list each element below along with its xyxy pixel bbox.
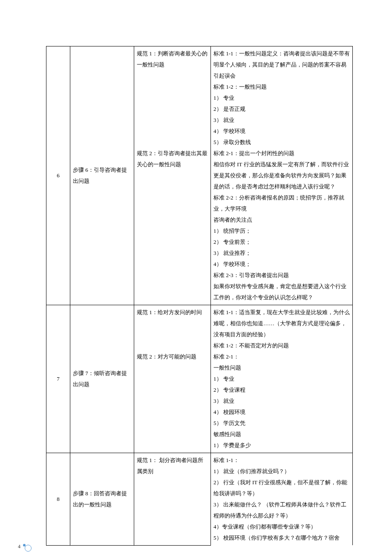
spec-cell: 规范 1：判断咨询者最关心的一般性问题 规范 2：引导咨询者提出其最关心的一般性… [134,46,211,305]
table-row: 8 步骤 8：回答咨询者提出的一般性问题 规范 1： 划分咨询者问题所属类别 标… [46,453,353,546]
page-number: 4 [18,543,20,550]
spec-cell: 规范 1：给对方发问的时间 规范 2：对方可能的问题 [134,305,211,453]
page-ornament-icon [23,543,31,551]
step-cell: 步骤 8：回答咨询者提出的一般性问题 [70,453,134,546]
standard-cell: 标准 1-1：一般性问题定义：咨询者提出该问题是不带有明显个人倾向，其目的是了解… [211,46,353,305]
spec-cell: 规范 1： 划分咨询者问题所属类别 [134,453,211,546]
row-number: 7 [46,305,70,453]
standard-cell: 标准 1-1： 1） 就业（你们推荐就业吗？） 2） 行业（我对 IT 行业很感… [211,453,353,546]
table-row: 7 步骤 7：倾听咨询者提出问题 规范 1：给对方发问的时间 规范 2：对方可能… [46,305,353,453]
row-number: 8 [46,453,70,546]
table-row: 6 步骤 6：引导咨询者提出问题 规范 1：判断咨询者最关心的一般性问题 规范 … [46,46,353,305]
procedure-table: 6 步骤 6：引导咨询者提出问题 规范 1：判断咨询者最关心的一般性问题 规范 … [46,46,353,546]
page-footer: 4 [18,543,31,551]
step-cell: 步骤 6：引导咨询者提出问题 [70,46,134,305]
standard-cell: 标准 1-1：适当重复，现在大学生就业是比较难，为什么难呢，相信你也知道……（大… [211,305,353,453]
step-cell: 步骤 7：倾听咨询者提出问题 [70,305,134,453]
row-number: 6 [46,46,70,305]
